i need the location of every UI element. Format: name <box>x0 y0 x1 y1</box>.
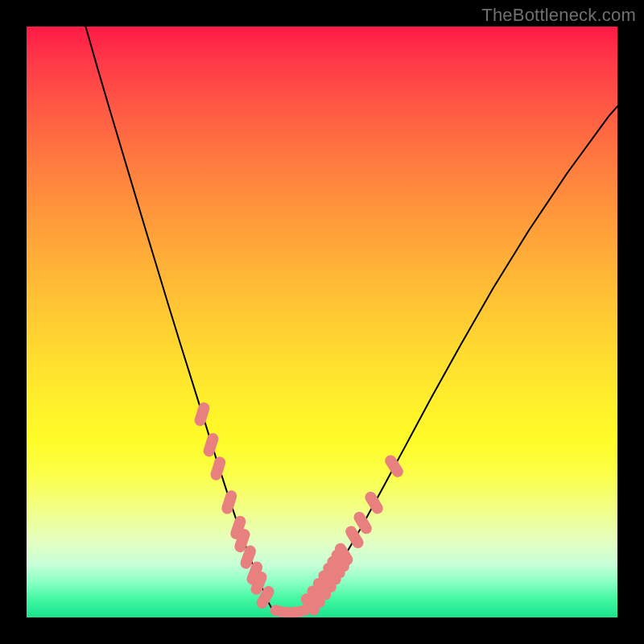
curve-markers <box>193 401 406 617</box>
svg-rect-2 <box>209 456 227 482</box>
svg-rect-1 <box>202 431 220 458</box>
chart-svg <box>27 27 617 617</box>
svg-rect-28 <box>383 453 406 480</box>
svg-rect-27 <box>363 489 386 516</box>
svg-rect-3 <box>220 489 238 515</box>
plot-area <box>27 27 617 617</box>
watermark-text: TheBottleneck.com <box>481 5 636 26</box>
svg-rect-0 <box>193 401 211 427</box>
chart-frame: TheBottleneck.com <box>0 0 644 644</box>
